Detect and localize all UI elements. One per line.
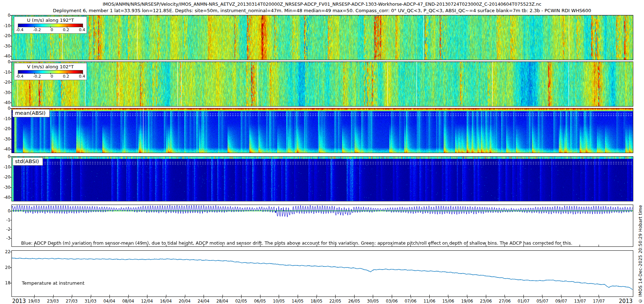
depth-annotation: Blue: ADCP Depth (m) variation from sens… — [21, 240, 572, 246]
y-axis-tick-label: -30 — [0, 185, 10, 190]
x-axis-tick-mark — [223, 295, 223, 296]
y-axis-tick-mark — [10, 187, 12, 188]
y-axis-tick-label: -2 — [0, 227, 10, 232]
mean-absi-label-box: mean(ABSI) — [13, 109, 50, 117]
x-axis-tick-mark — [599, 245, 599, 246]
x-axis-tick-mark — [505, 297, 505, 298]
figure-subtitle: Deployment 6, member 1 lat=33.93S lon=12… — [0, 8, 644, 13]
y-axis-tick-label: -3 — [0, 236, 10, 241]
colorbar-tick-label: -0.4 — [16, 28, 23, 32]
x-axis-tick-label: 03/06 — [386, 299, 397, 304]
u-colorbar-tick-labels: -0.4-0.200.20.4 — [16, 28, 85, 32]
colorbar-tick-label: 0.4 — [79, 74, 86, 79]
x-axis-tick-label: 11/06 — [424, 299, 435, 304]
colorbar-tick-label: 0.4 — [79, 28, 86, 32]
x-axis-tick-label: 08/04 — [122, 299, 134, 304]
x-axis-tick-mark — [429, 295, 430, 296]
x-axis-tick-mark — [147, 295, 147, 296]
x-axis-tick-mark — [580, 297, 580, 298]
x-axis-tick-label: 23/03 — [47, 299, 59, 304]
y-axis-tick-label: 0 — [0, 106, 10, 111]
panel-temperature: Temperature at instrument 222018 — [11, 250, 633, 297]
y-axis-tick-label: 0 — [0, 13, 10, 18]
colorbar-tick-label: 0 — [50, 74, 53, 79]
y-axis-tick-mark — [10, 62, 12, 62]
x-axis-tick-mark — [467, 297, 468, 298]
x-axis-tick-label: 20/04 — [179, 299, 191, 304]
x-axis-tick-mark — [279, 297, 279, 298]
x-axis-tick-label: 01/07 — [518, 299, 530, 304]
x-axis-tick-label: 17/07 — [593, 299, 605, 304]
y-axis-tick-mark — [10, 82, 12, 83]
y-axis-tick-mark — [10, 129, 12, 129]
x-axis-tick-mark — [599, 297, 599, 298]
y-axis-tick-mark — [10, 177, 12, 177]
x-axis-tick-mark — [204, 295, 204, 296]
temperature-plot — [12, 251, 633, 296]
x-axis-tick-mark — [185, 297, 185, 298]
x-axis-tick-mark — [448, 295, 448, 296]
colorbar-tick-label: 0.2 — [63, 28, 69, 32]
y-axis-tick-label: -10 — [0, 165, 10, 170]
std-absi-label-box: std(ABSI) — [13, 157, 43, 166]
u-colorbar-title: U (m/s) along 192°T — [14, 18, 87, 23]
x-axis-tick-mark — [335, 295, 336, 296]
y-axis-tick-label: 0 — [0, 209, 10, 214]
x-axis-tick-mark — [580, 245, 580, 246]
x-axis-tick-mark — [72, 297, 72, 298]
u-colorbar-legend: U (m/s) along 192°T -0.4-0.200.20.4 — [14, 16, 87, 34]
y-axis-tick-mark — [10, 211, 12, 211]
x-axis-tick-mark — [185, 295, 185, 296]
y-axis-tick-mark — [10, 220, 12, 220]
x-axis-tick-label: 16/04 — [160, 299, 172, 304]
year-label-left: 2013 — [12, 298, 26, 304]
y-axis-tick-mark — [10, 108, 12, 109]
x-axis-tick-mark — [317, 295, 317, 296]
x-axis-tick-mark — [53, 297, 53, 298]
x-axis-tick-mark — [542, 295, 542, 296]
y-axis-tick-label: -40 — [0, 100, 10, 105]
y-axis-tick-mark — [10, 238, 12, 239]
y-axis-tick-label: -40 — [0, 195, 10, 200]
colorbar-tick-label: -0.2 — [33, 28, 41, 32]
y-axis-tick-label: -30 — [0, 137, 10, 142]
y-axis-tick-label: -10 — [0, 23, 10, 28]
x-axis-tick-label: 19/06 — [461, 299, 473, 304]
x-axis-tick-mark — [166, 297, 166, 298]
x-axis-tick-mark — [298, 297, 298, 298]
x-axis-tick-label: 30/05 — [367, 299, 379, 304]
x-axis-tick-mark — [561, 297, 562, 298]
x-axis-tick-mark — [599, 295, 599, 296]
colorbar-tick-label: 0.2 — [63, 74, 69, 79]
y-axis-tick-mark — [10, 139, 12, 139]
x-axis-tick-mark — [109, 297, 110, 298]
x-axis-tick-mark — [109, 295, 110, 296]
x-axis-tick-label: 15/06 — [442, 299, 454, 304]
y-axis-tick-label: -20 — [0, 126, 10, 131]
panel-std-absi: std(ABSI) 0-10-20-30-40 — [11, 156, 633, 201]
panel-mean-absi: mean(ABSI) 0-10-20-30-40 — [11, 108, 633, 153]
y-axis-tick-label: -30 — [0, 90, 10, 95]
x-axis-tick-mark — [448, 297, 449, 298]
x-axis-tick-mark — [279, 295, 279, 296]
x-axis-tick-mark — [34, 297, 34, 298]
x-axis-tick-label: 09/07 — [555, 299, 567, 304]
y-axis-tick-mark — [10, 283, 12, 283]
y-axis-tick-label: 20 — [0, 265, 10, 270]
panel-depth-variation: Blue: ADCP Depth (m) variation from sens… — [11, 205, 633, 247]
x-axis-tick-label: 14/05 — [292, 299, 303, 304]
x-axis-tick-label: 27/06 — [499, 299, 511, 304]
x-axis-tick-mark — [392, 295, 392, 296]
x-axis-tick-mark — [204, 297, 204, 298]
x-axis-tick-label: 07/06 — [405, 299, 416, 304]
x-axis-tick-mark — [128, 295, 129, 296]
x-axis-tick-label: 18/05 — [311, 299, 322, 304]
x-axis-tick-mark — [53, 295, 54, 296]
y-axis-tick-label: -30 — [0, 44, 10, 49]
y-axis-tick-mark — [10, 26, 12, 26]
x-axis-tick-mark — [91, 295, 91, 296]
x-axis-tick-mark — [222, 297, 223, 298]
x-axis-tick-label: 12/04 — [141, 299, 153, 304]
v-colorbar-title: V (m/s) along 102°T — [14, 64, 87, 70]
temperature-caption: Temperature at instrument — [22, 280, 84, 286]
